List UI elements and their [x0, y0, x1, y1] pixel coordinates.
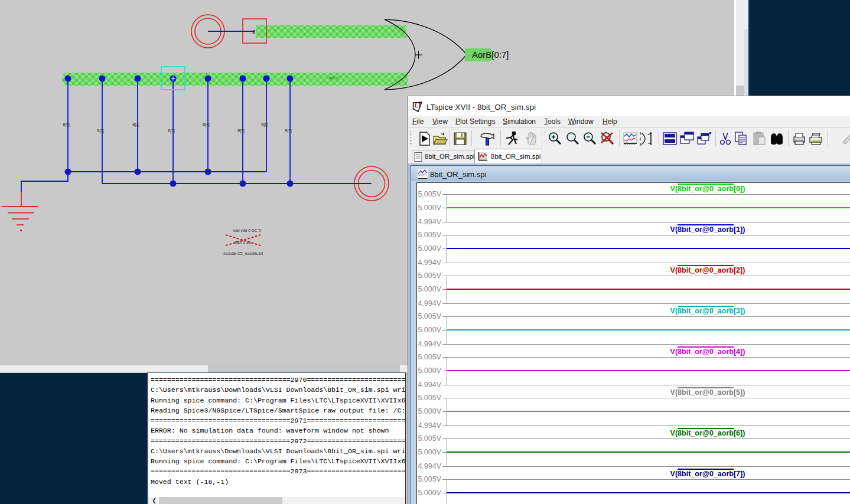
svg-text:LT: LT: [415, 102, 422, 109]
svg-text:tran 0 3u: tran 0 3u: [235, 240, 251, 244]
svg-text:.include C5_models.txt: .include C5_models.txt: [223, 251, 263, 256]
svg-text:B[2]: B[2]: [132, 122, 139, 127]
svg-text:B[0]: B[0]: [63, 122, 70, 127]
svg-text:B[1]: B[1]: [97, 129, 104, 133]
svg-text:J: J: [252, 29, 255, 35]
svg-text:B[3]: B[3]: [168, 129, 175, 133]
svg-text:B[0:7]: B[0:7]: [329, 76, 338, 80]
svg-text:B[6]: B[6]: [261, 122, 268, 127]
svg-text:B[5]: B[5]: [237, 129, 245, 133]
svg-text:B[7]: B[7]: [285, 129, 292, 133]
svg-text:vdd vdd 0 DC 5: vdd vdd 0 DC 5: [233, 228, 261, 233]
svg-text:B[4]: B[4]: [203, 122, 210, 127]
